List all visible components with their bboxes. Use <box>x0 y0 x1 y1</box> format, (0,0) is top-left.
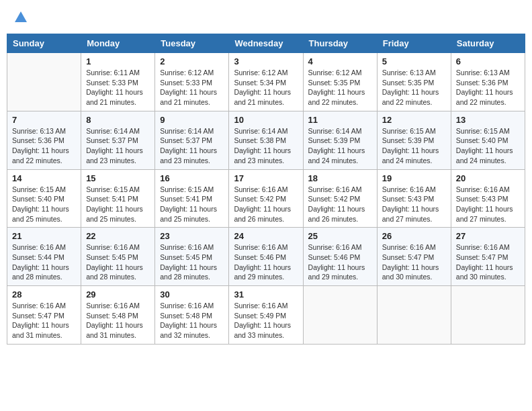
calendar-cell: 12Sunrise: 6:15 AMSunset: 5:39 PMDayligh… <box>377 111 451 169</box>
calendar-cell: 27Sunrise: 6:16 AMSunset: 5:47 PMDayligh… <box>451 228 525 286</box>
day-header-saturday: Saturday <box>451 34 525 53</box>
day-info: Sunrise: 6:16 AMSunset: 5:42 PMDaylight:… <box>308 185 372 224</box>
day-number: 14 <box>12 173 76 183</box>
day-info: Sunrise: 6:15 AMSunset: 5:40 PMDaylight:… <box>12 185 76 224</box>
day-info: Sunrise: 6:16 AMSunset: 5:47 PMDaylight:… <box>12 301 76 340</box>
day-info: Sunrise: 6:16 AMSunset: 5:43 PMDaylight:… <box>382 185 446 224</box>
day-info: Sunrise: 6:16 AMSunset: 5:47 PMDaylight:… <box>382 242 446 282</box>
day-info: Sunrise: 6:16 AMSunset: 5:45 PMDaylight:… <box>86 242 150 282</box>
day-info: Sunrise: 6:12 AMSunset: 5:35 PMDaylight:… <box>308 68 372 107</box>
day-info: Sunrise: 6:16 AMSunset: 5:46 PMDaylight:… <box>234 242 298 282</box>
calendar-cell: 14Sunrise: 6:15 AMSunset: 5:40 PMDayligh… <box>7 169 81 228</box>
day-number: 21 <box>12 231 76 241</box>
day-number: 10 <box>234 115 298 125</box>
day-number: 30 <box>160 289 224 300</box>
day-info: Sunrise: 6:16 AMSunset: 5:46 PMDaylight:… <box>308 242 372 282</box>
day-info: Sunrise: 6:16 AMSunset: 5:47 PMDaylight:… <box>456 242 520 282</box>
calendar-cell: 28Sunrise: 6:16 AMSunset: 5:47 PMDayligh… <box>7 286 81 345</box>
day-info: Sunrise: 6:14 AMSunset: 5:39 PMDaylight:… <box>308 126 372 166</box>
day-info: Sunrise: 6:16 AMSunset: 5:49 PMDaylight:… <box>234 301 298 340</box>
day-number: 3 <box>234 56 298 66</box>
calendar-cell: 31Sunrise: 6:16 AMSunset: 5:49 PMDayligh… <box>229 286 303 345</box>
svg-marker-0 <box>15 11 27 22</box>
day-header-friday: Friday <box>377 34 451 53</box>
calendar-cell <box>451 286 525 345</box>
day-info: Sunrise: 6:16 AMSunset: 5:45 PMDaylight:… <box>160 242 224 282</box>
day-number: 2 <box>160 56 224 66</box>
day-info: Sunrise: 6:14 AMSunset: 5:37 PMDaylight:… <box>160 126 224 166</box>
day-number: 9 <box>160 115 224 125</box>
day-info: Sunrise: 6:16 AMSunset: 5:43 PMDaylight:… <box>456 185 520 224</box>
day-number: 17 <box>234 173 298 183</box>
day-info: Sunrise: 6:16 AMSunset: 5:42 PMDaylight:… <box>234 185 298 224</box>
calendar-cell: 7Sunrise: 6:13 AMSunset: 5:36 PMDaylight… <box>7 111 81 169</box>
day-number: 16 <box>160 173 224 183</box>
calendar-cell: 5Sunrise: 6:13 AMSunset: 5:35 PMDaylight… <box>377 53 451 111</box>
calendar-cell: 19Sunrise: 6:16 AMSunset: 5:43 PMDayligh… <box>377 169 451 228</box>
day-info: Sunrise: 6:12 AMSunset: 5:34 PMDaylight:… <box>234 68 298 107</box>
calendar-cell: 20Sunrise: 6:16 AMSunset: 5:43 PMDayligh… <box>451 169 525 228</box>
day-number: 13 <box>456 115 520 125</box>
calendar-cell <box>7 53 81 111</box>
day-number: 23 <box>160 231 224 241</box>
day-info: Sunrise: 6:16 AMSunset: 5:48 PMDaylight:… <box>86 301 150 340</box>
day-number: 15 <box>86 173 150 183</box>
calendar-cell: 6Sunrise: 6:13 AMSunset: 5:36 PMDaylight… <box>451 53 525 111</box>
day-number: 1 <box>86 56 150 66</box>
day-info: Sunrise: 6:15 AMSunset: 5:41 PMDaylight:… <box>86 185 150 224</box>
day-info: Sunrise: 6:15 AMSunset: 5:39 PMDaylight:… <box>382 126 446 166</box>
day-number: 20 <box>456 173 520 183</box>
calendar-cell: 23Sunrise: 6:16 AMSunset: 5:45 PMDayligh… <box>155 228 229 286</box>
logo-icon <box>13 10 28 25</box>
day-info: Sunrise: 6:14 AMSunset: 5:37 PMDaylight:… <box>86 126 150 166</box>
calendar-cell: 26Sunrise: 6:16 AMSunset: 5:47 PMDayligh… <box>377 228 451 286</box>
day-number: 29 <box>86 289 150 300</box>
day-number: 4 <box>308 56 372 66</box>
day-info: Sunrise: 6:13 AMSunset: 5:35 PMDaylight:… <box>382 68 446 107</box>
calendar-week-5: 28Sunrise: 6:16 AMSunset: 5:47 PMDayligh… <box>7 286 525 345</box>
day-header-wednesday: Wednesday <box>229 34 303 53</box>
day-info: Sunrise: 6:16 AMSunset: 5:48 PMDaylight:… <box>160 301 224 340</box>
day-number: 12 <box>382 115 446 125</box>
day-info: Sunrise: 6:12 AMSunset: 5:33 PMDaylight:… <box>160 68 224 107</box>
day-info: Sunrise: 6:13 AMSunset: 5:36 PMDaylight:… <box>12 126 76 166</box>
day-number: 7 <box>12 115 76 125</box>
calendar-table: SundayMondayTuesdayWednesdayThursdayFrid… <box>7 34 525 345</box>
calendar-cell: 13Sunrise: 6:15 AMSunset: 5:40 PMDayligh… <box>451 111 525 169</box>
calendar-cell: 17Sunrise: 6:16 AMSunset: 5:42 PMDayligh… <box>229 169 303 228</box>
calendar-cell: 8Sunrise: 6:14 AMSunset: 5:37 PMDaylight… <box>81 111 155 169</box>
day-info: Sunrise: 6:15 AMSunset: 5:40 PMDaylight:… <box>456 126 520 166</box>
page-header <box>7 7 525 28</box>
day-info: Sunrise: 6:11 AMSunset: 5:33 PMDaylight:… <box>86 68 150 107</box>
day-number: 5 <box>382 56 446 66</box>
calendar-header-row: SundayMondayTuesdayWednesdayThursdayFrid… <box>7 34 525 53</box>
calendar-cell: 2Sunrise: 6:12 AMSunset: 5:33 PMDaylight… <box>155 53 229 111</box>
day-number: 25 <box>308 231 372 241</box>
calendar-week-2: 7Sunrise: 6:13 AMSunset: 5:36 PMDaylight… <box>7 111 525 169</box>
logo <box>12 10 28 25</box>
calendar-cell: 30Sunrise: 6:16 AMSunset: 5:48 PMDayligh… <box>155 286 229 345</box>
calendar-cell: 1Sunrise: 6:11 AMSunset: 5:33 PMDaylight… <box>81 53 155 111</box>
calendar-week-1: 1Sunrise: 6:11 AMSunset: 5:33 PMDaylight… <box>7 53 525 111</box>
day-number: 19 <box>382 173 446 183</box>
calendar-week-4: 21Sunrise: 6:16 AMSunset: 5:44 PMDayligh… <box>7 228 525 286</box>
calendar-cell: 29Sunrise: 6:16 AMSunset: 5:48 PMDayligh… <box>81 286 155 345</box>
calendar-cell: 11Sunrise: 6:14 AMSunset: 5:39 PMDayligh… <box>303 111 377 169</box>
day-number: 26 <box>382 231 446 241</box>
calendar-cell: 9Sunrise: 6:14 AMSunset: 5:37 PMDaylight… <box>155 111 229 169</box>
day-number: 22 <box>86 231 150 241</box>
calendar-cell: 10Sunrise: 6:14 AMSunset: 5:38 PMDayligh… <box>229 111 303 169</box>
day-info: Sunrise: 6:14 AMSunset: 5:38 PMDaylight:… <box>234 126 298 166</box>
calendar-week-3: 14Sunrise: 6:15 AMSunset: 5:40 PMDayligh… <box>7 169 525 228</box>
calendar-cell: 4Sunrise: 6:12 AMSunset: 5:35 PMDaylight… <box>303 53 377 111</box>
calendar-cell: 21Sunrise: 6:16 AMSunset: 5:44 PMDayligh… <box>7 228 81 286</box>
day-header-monday: Monday <box>81 34 155 53</box>
day-header-thursday: Thursday <box>303 34 377 53</box>
calendar-cell <box>377 286 451 345</box>
calendar-cell: 22Sunrise: 6:16 AMSunset: 5:45 PMDayligh… <box>81 228 155 286</box>
day-number: 28 <box>12 289 76 300</box>
calendar-cell: 3Sunrise: 6:12 AMSunset: 5:34 PMDaylight… <box>229 53 303 111</box>
day-header-tuesday: Tuesday <box>155 34 229 53</box>
day-number: 8 <box>86 115 150 125</box>
day-number: 31 <box>234 289 298 300</box>
